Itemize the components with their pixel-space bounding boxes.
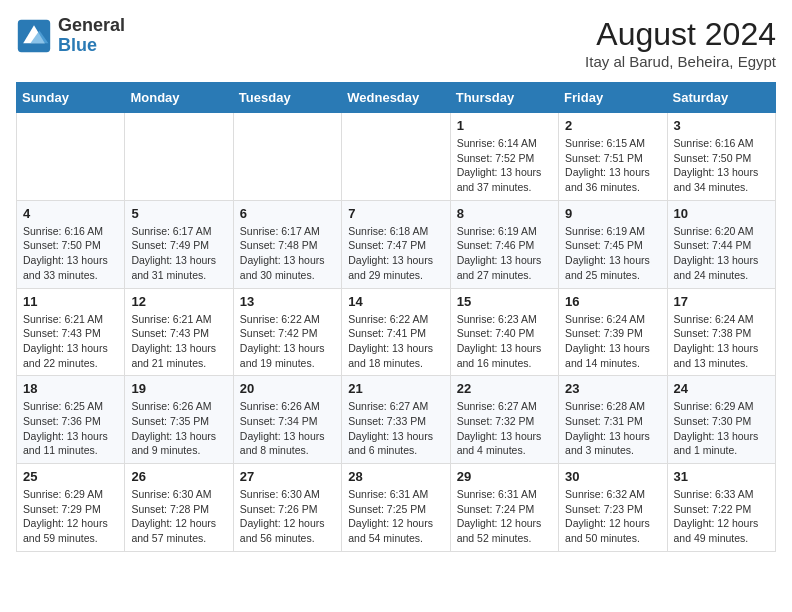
day-header-saturday: Saturday — [667, 83, 775, 113]
day-number: 30 — [565, 469, 660, 484]
title-block: August 2024 Itay al Barud, Beheira, Egyp… — [585, 16, 776, 70]
day-number: 22 — [457, 381, 552, 396]
day-info: Sunrise: 6:17 AM Sunset: 7:48 PM Dayligh… — [240, 224, 335, 283]
calendar-week-4: 18Sunrise: 6:25 AM Sunset: 7:36 PM Dayli… — [17, 376, 776, 464]
calendar-cell: 5Sunrise: 6:17 AM Sunset: 7:49 PM Daylig… — [125, 200, 233, 288]
day-header-thursday: Thursday — [450, 83, 558, 113]
location: Itay al Barud, Beheira, Egypt — [585, 53, 776, 70]
calendar-cell — [233, 113, 341, 201]
calendar-cell: 18Sunrise: 6:25 AM Sunset: 7:36 PM Dayli… — [17, 376, 125, 464]
day-number: 6 — [240, 206, 335, 221]
calendar-cell: 21Sunrise: 6:27 AM Sunset: 7:33 PM Dayli… — [342, 376, 450, 464]
day-number: 4 — [23, 206, 118, 221]
day-number: 8 — [457, 206, 552, 221]
logo-general: General — [58, 15, 125, 35]
day-info: Sunrise: 6:18 AM Sunset: 7:47 PM Dayligh… — [348, 224, 443, 283]
day-info: Sunrise: 6:33 AM Sunset: 7:22 PM Dayligh… — [674, 487, 769, 546]
calendar-cell: 11Sunrise: 6:21 AM Sunset: 7:43 PM Dayli… — [17, 288, 125, 376]
day-info: Sunrise: 6:24 AM Sunset: 7:39 PM Dayligh… — [565, 312, 660, 371]
day-number: 19 — [131, 381, 226, 396]
day-info: Sunrise: 6:24 AM Sunset: 7:38 PM Dayligh… — [674, 312, 769, 371]
calendar-cell: 26Sunrise: 6:30 AM Sunset: 7:28 PM Dayli… — [125, 464, 233, 552]
calendar-cell — [342, 113, 450, 201]
day-info: Sunrise: 6:31 AM Sunset: 7:24 PM Dayligh… — [457, 487, 552, 546]
day-info: Sunrise: 6:25 AM Sunset: 7:36 PM Dayligh… — [23, 399, 118, 458]
calendar-cell: 31Sunrise: 6:33 AM Sunset: 7:22 PM Dayli… — [667, 464, 775, 552]
day-info: Sunrise: 6:16 AM Sunset: 7:50 PM Dayligh… — [674, 136, 769, 195]
calendar-cell: 20Sunrise: 6:26 AM Sunset: 7:34 PM Dayli… — [233, 376, 341, 464]
calendar-cell: 4Sunrise: 6:16 AM Sunset: 7:50 PM Daylig… — [17, 200, 125, 288]
day-number: 31 — [674, 469, 769, 484]
calendar-cell: 22Sunrise: 6:27 AM Sunset: 7:32 PM Dayli… — [450, 376, 558, 464]
page-header: General Blue August 2024 Itay al Barud, … — [16, 16, 776, 70]
day-number: 23 — [565, 381, 660, 396]
calendar-cell: 28Sunrise: 6:31 AM Sunset: 7:25 PM Dayli… — [342, 464, 450, 552]
calendar-cell — [17, 113, 125, 201]
calendar-week-3: 11Sunrise: 6:21 AM Sunset: 7:43 PM Dayli… — [17, 288, 776, 376]
day-number: 20 — [240, 381, 335, 396]
calendar-cell: 13Sunrise: 6:22 AM Sunset: 7:42 PM Dayli… — [233, 288, 341, 376]
day-number: 5 — [131, 206, 226, 221]
calendar-body: 1Sunrise: 6:14 AM Sunset: 7:52 PM Daylig… — [17, 113, 776, 552]
day-info: Sunrise: 6:26 AM Sunset: 7:35 PM Dayligh… — [131, 399, 226, 458]
day-number: 26 — [131, 469, 226, 484]
day-info: Sunrise: 6:27 AM Sunset: 7:33 PM Dayligh… — [348, 399, 443, 458]
day-info: Sunrise: 6:32 AM Sunset: 7:23 PM Dayligh… — [565, 487, 660, 546]
calendar-cell: 10Sunrise: 6:20 AM Sunset: 7:44 PM Dayli… — [667, 200, 775, 288]
calendar-header: SundayMondayTuesdayWednesdayThursdayFrid… — [17, 83, 776, 113]
month-year: August 2024 — [585, 16, 776, 53]
calendar-cell: 7Sunrise: 6:18 AM Sunset: 7:47 PM Daylig… — [342, 200, 450, 288]
day-number: 25 — [23, 469, 118, 484]
day-info: Sunrise: 6:30 AM Sunset: 7:26 PM Dayligh… — [240, 487, 335, 546]
day-number: 27 — [240, 469, 335, 484]
calendar-week-2: 4Sunrise: 6:16 AM Sunset: 7:50 PM Daylig… — [17, 200, 776, 288]
day-info: Sunrise: 6:22 AM Sunset: 7:41 PM Dayligh… — [348, 312, 443, 371]
calendar-cell: 25Sunrise: 6:29 AM Sunset: 7:29 PM Dayli… — [17, 464, 125, 552]
day-number: 13 — [240, 294, 335, 309]
day-header-row: SundayMondayTuesdayWednesdayThursdayFrid… — [17, 83, 776, 113]
calendar-cell: 15Sunrise: 6:23 AM Sunset: 7:40 PM Dayli… — [450, 288, 558, 376]
day-number: 10 — [674, 206, 769, 221]
calendar-cell: 2Sunrise: 6:15 AM Sunset: 7:51 PM Daylig… — [559, 113, 667, 201]
day-number: 11 — [23, 294, 118, 309]
calendar-week-5: 25Sunrise: 6:29 AM Sunset: 7:29 PM Dayli… — [17, 464, 776, 552]
day-header-monday: Monday — [125, 83, 233, 113]
calendar-cell: 1Sunrise: 6:14 AM Sunset: 7:52 PM Daylig… — [450, 113, 558, 201]
calendar-cell: 6Sunrise: 6:17 AM Sunset: 7:48 PM Daylig… — [233, 200, 341, 288]
calendar-cell: 17Sunrise: 6:24 AM Sunset: 7:38 PM Dayli… — [667, 288, 775, 376]
day-info: Sunrise: 6:16 AM Sunset: 7:50 PM Dayligh… — [23, 224, 118, 283]
day-number: 28 — [348, 469, 443, 484]
day-info: Sunrise: 6:19 AM Sunset: 7:45 PM Dayligh… — [565, 224, 660, 283]
calendar-cell: 24Sunrise: 6:29 AM Sunset: 7:30 PM Dayli… — [667, 376, 775, 464]
calendar-cell: 12Sunrise: 6:21 AM Sunset: 7:43 PM Dayli… — [125, 288, 233, 376]
logo: General Blue — [16, 16, 125, 56]
day-number: 24 — [674, 381, 769, 396]
day-info: Sunrise: 6:23 AM Sunset: 7:40 PM Dayligh… — [457, 312, 552, 371]
calendar-cell: 27Sunrise: 6:30 AM Sunset: 7:26 PM Dayli… — [233, 464, 341, 552]
day-info: Sunrise: 6:26 AM Sunset: 7:34 PM Dayligh… — [240, 399, 335, 458]
calendar-cell: 19Sunrise: 6:26 AM Sunset: 7:35 PM Dayli… — [125, 376, 233, 464]
calendar-table: SundayMondayTuesdayWednesdayThursdayFrid… — [16, 82, 776, 552]
day-number: 17 — [674, 294, 769, 309]
day-info: Sunrise: 6:21 AM Sunset: 7:43 PM Dayligh… — [131, 312, 226, 371]
day-header-sunday: Sunday — [17, 83, 125, 113]
day-info: Sunrise: 6:14 AM Sunset: 7:52 PM Dayligh… — [457, 136, 552, 195]
calendar-cell: 8Sunrise: 6:19 AM Sunset: 7:46 PM Daylig… — [450, 200, 558, 288]
logo-icon — [16, 18, 52, 54]
calendar-cell: 16Sunrise: 6:24 AM Sunset: 7:39 PM Dayli… — [559, 288, 667, 376]
calendar-cell: 3Sunrise: 6:16 AM Sunset: 7:50 PM Daylig… — [667, 113, 775, 201]
day-number: 15 — [457, 294, 552, 309]
day-number: 21 — [348, 381, 443, 396]
day-number: 29 — [457, 469, 552, 484]
calendar-cell: 29Sunrise: 6:31 AM Sunset: 7:24 PM Dayli… — [450, 464, 558, 552]
day-number: 3 — [674, 118, 769, 133]
day-info: Sunrise: 6:15 AM Sunset: 7:51 PM Dayligh… — [565, 136, 660, 195]
day-number: 12 — [131, 294, 226, 309]
day-number: 16 — [565, 294, 660, 309]
day-info: Sunrise: 6:19 AM Sunset: 7:46 PM Dayligh… — [457, 224, 552, 283]
logo-blue: Blue — [58, 35, 97, 55]
calendar-cell: 9Sunrise: 6:19 AM Sunset: 7:45 PM Daylig… — [559, 200, 667, 288]
day-info: Sunrise: 6:22 AM Sunset: 7:42 PM Dayligh… — [240, 312, 335, 371]
day-info: Sunrise: 6:27 AM Sunset: 7:32 PM Dayligh… — [457, 399, 552, 458]
day-info: Sunrise: 6:17 AM Sunset: 7:49 PM Dayligh… — [131, 224, 226, 283]
